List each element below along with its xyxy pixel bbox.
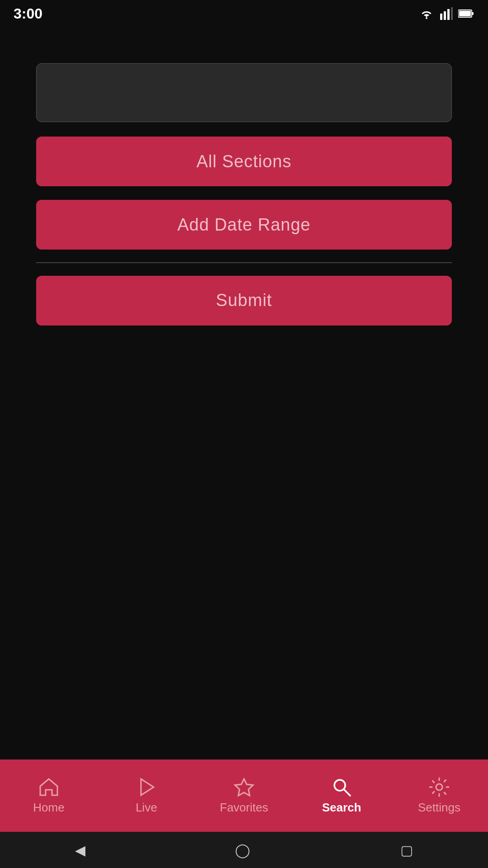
nav-item-settings[interactable]: Settings bbox=[390, 760, 488, 832]
svg-rect-6 bbox=[472, 12, 474, 15]
svg-point-12 bbox=[436, 784, 442, 790]
signal-icon bbox=[440, 7, 453, 20]
add-date-range-button[interactable]: Add Date Range bbox=[36, 200, 452, 250]
home-button[interactable]: ◯ bbox=[235, 842, 250, 858]
wifi-icon bbox=[418, 7, 435, 20]
divider bbox=[36, 262, 452, 263]
nav-label-home: Home bbox=[33, 801, 64, 815]
svg-marker-9 bbox=[235, 779, 253, 796]
all-sections-button[interactable]: All Sections bbox=[36, 137, 452, 186]
svg-rect-3 bbox=[447, 9, 450, 20]
nav-item-home[interactable]: Home bbox=[0, 760, 98, 832]
nav-item-live[interactable]: Live bbox=[98, 760, 195, 832]
svg-point-0 bbox=[426, 17, 427, 19]
recents-button[interactable]: ▢ bbox=[400, 842, 413, 858]
nav-label-live: Live bbox=[136, 801, 157, 815]
search-icon bbox=[331, 777, 352, 797]
back-button[interactable]: ◀ bbox=[75, 842, 85, 858]
status-time: 3:00 bbox=[14, 5, 42, 22]
svg-line-11 bbox=[344, 789, 350, 796]
android-nav-bar: ◀ ◯ ▢ bbox=[0, 832, 488, 868]
svg-rect-1 bbox=[440, 14, 442, 20]
svg-rect-7 bbox=[459, 11, 471, 16]
nav-item-favorites[interactable]: Favorites bbox=[195, 760, 293, 832]
main-content: All Sections Add Date Range Submit bbox=[0, 27, 488, 760]
nav-label-favorites: Favorites bbox=[220, 801, 268, 815]
submit-button[interactable]: Submit bbox=[36, 276, 452, 326]
nav-item-search[interactable]: Search bbox=[293, 760, 390, 832]
favorites-icon bbox=[234, 777, 254, 797]
home-icon bbox=[38, 777, 59, 797]
svg-rect-4 bbox=[451, 7, 453, 20]
svg-marker-8 bbox=[141, 779, 154, 795]
search-input-container[interactable] bbox=[36, 63, 452, 122]
nav-label-settings: Settings bbox=[418, 801, 460, 815]
live-icon bbox=[137, 777, 155, 797]
status-bar: 3:00 bbox=[0, 0, 488, 27]
bottom-nav: Home Live Favorites Search bbox=[0, 760, 488, 832]
settings-icon bbox=[429, 777, 450, 797]
nav-label-search: Search bbox=[322, 801, 361, 815]
search-input[interactable] bbox=[36, 63, 452, 122]
svg-rect-2 bbox=[444, 11, 446, 20]
battery-icon bbox=[458, 9, 474, 19]
status-icons bbox=[418, 7, 474, 20]
